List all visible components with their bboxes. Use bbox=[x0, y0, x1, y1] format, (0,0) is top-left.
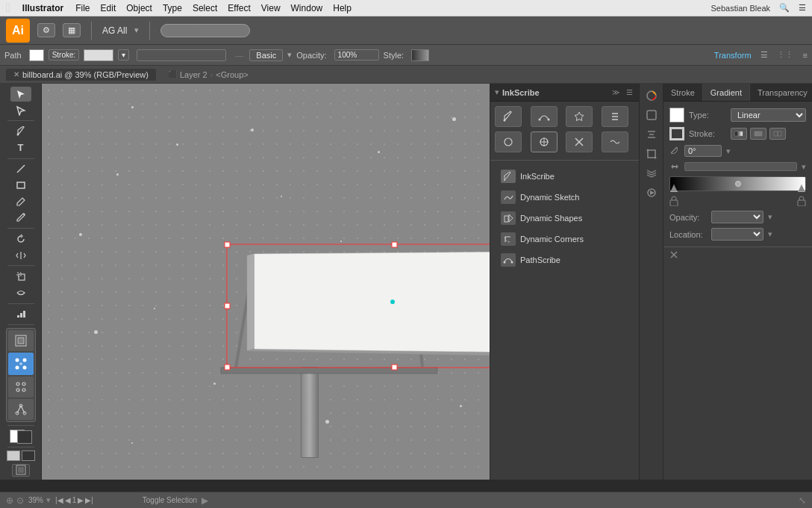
stroke-opt-2[interactable] bbox=[750, 128, 766, 140]
appearance-panel-icon[interactable] bbox=[643, 106, 660, 124]
fill-color-box[interactable] bbox=[29, 49, 44, 61]
toggle-selection-arrow[interactable]: ▶ bbox=[202, 495, 208, 506]
options-btn[interactable]: ⋮⋮ bbox=[775, 49, 796, 61]
view-toggle-btn[interactable]: ▦ bbox=[63, 23, 81, 37]
artboard-last-btn[interactable]: ▶| bbox=[85, 496, 93, 504]
paintbrush-tool[interactable] bbox=[10, 194, 31, 209]
opacity-value[interactable]: 100% bbox=[334, 49, 379, 61]
stroke-opt-1[interactable] bbox=[731, 128, 747, 140]
transform-tool[interactable] bbox=[8, 353, 34, 375]
control-icon[interactable]: ☰ bbox=[799, 3, 806, 13]
stroke-style-arrow[interactable]: ▾ bbox=[287, 50, 292, 60]
transparency-tab[interactable]: Transparency bbox=[750, 84, 812, 101]
panel-options-icon[interactable]: ≡ bbox=[803, 51, 808, 60]
stroke-style-basic[interactable]: Basic bbox=[249, 49, 283, 61]
inkscribe-item-dynamic-shapes[interactable]: Dynamic Shapes bbox=[496, 208, 633, 228]
transform-btn[interactable]: Transform bbox=[712, 50, 754, 61]
search-icon[interactable]: 🔍 bbox=[779, 3, 790, 13]
inkscribe-item-pathscribe[interactable]: PathScribe bbox=[496, 250, 633, 270]
inkscribe-anchor-tool[interactable] bbox=[602, 106, 628, 127]
stroke-opt-3[interactable] bbox=[769, 128, 786, 140]
gradient-type-select[interactable]: Linear Radial bbox=[731, 108, 806, 122]
actions-panel-icon[interactable] bbox=[643, 184, 660, 202]
inkscribe-cross-tool[interactable] bbox=[566, 131, 593, 152]
gradient-stop-left[interactable] bbox=[670, 185, 678, 192]
stroke-weight[interactable] bbox=[137, 49, 226, 61]
inkscribe-item-dynamic-corners[interactable]: Dynamic Corners bbox=[496, 229, 633, 249]
transform-panel-icon[interactable] bbox=[643, 145, 660, 163]
angle-input[interactable]: 0° bbox=[684, 145, 722, 157]
select-tool[interactable] bbox=[10, 87, 31, 102]
menu-edit[interactable]: Edit bbox=[101, 3, 116, 13]
menu-object[interactable]: Object bbox=[126, 3, 152, 13]
menu-type[interactable]: Type bbox=[163, 3, 182, 13]
ag-dropdown-icon[interactable]: ▾ bbox=[134, 25, 139, 35]
opacity-select[interactable] bbox=[711, 211, 763, 223]
gradient-bar[interactable] bbox=[669, 176, 806, 191]
delete-stop-icon[interactable] bbox=[669, 250, 678, 259]
stroke-tab[interactable]: Stroke bbox=[663, 84, 703, 101]
menu-view[interactable]: View bbox=[261, 3, 281, 13]
preview-mode-btn[interactable] bbox=[22, 450, 35, 461]
zoom-out-icon[interactable]: ⊙ bbox=[16, 495, 24, 506]
direct-select-tool[interactable] bbox=[10, 103, 31, 118]
inkscribe-item-dynamic-sketch[interactable]: Dynamic Sketch bbox=[496, 188, 633, 207]
menu-window[interactable]: Window bbox=[291, 3, 323, 13]
stroke-swatch[interactable] bbox=[669, 127, 684, 140]
search-input[interactable] bbox=[160, 24, 250, 37]
angle-dropdown-icon[interactable]: ▾ bbox=[726, 146, 731, 156]
inkscribe-pen-tool[interactable] bbox=[495, 106, 522, 127]
scale-tool[interactable] bbox=[10, 269, 31, 284]
rotate-tool[interactable] bbox=[10, 232, 31, 247]
gradient-stop-right[interactable] bbox=[798, 185, 805, 192]
align-panel-icon[interactable] bbox=[643, 126, 660, 143]
location-dropdown-arrow[interactable]: ▾ bbox=[768, 229, 772, 239]
canvas-resize-icon[interactable]: ⤡ bbox=[799, 495, 806, 506]
align-btn[interactable]: ☰ bbox=[758, 49, 770, 61]
artboard-next-btn[interactable]: ▶ bbox=[78, 496, 84, 504]
type-tool[interactable]: T bbox=[10, 140, 31, 155]
rectangle-tool[interactable] bbox=[10, 178, 31, 193]
normal-mode-btn[interactable] bbox=[7, 450, 20, 461]
artboard-prev-btn[interactable]: ◀ bbox=[65, 496, 71, 504]
canvas-area[interactable] bbox=[42, 84, 490, 480]
style-preview[interactable] bbox=[411, 49, 429, 61]
anchor-tool[interactable] bbox=[8, 377, 34, 397]
menu-help[interactable]: Help bbox=[333, 3, 352, 13]
artboard-first-btn[interactable]: |◀ bbox=[55, 496, 63, 504]
zoom-in-icon[interactable]: ⊕ bbox=[6, 495, 13, 506]
reverse-dropdown-icon[interactable]: ▾ bbox=[802, 162, 806, 172]
group-label[interactable]: <Group> bbox=[216, 70, 248, 79]
fill-swatch[interactable] bbox=[669, 108, 684, 123]
layers-panel-icon[interactable] bbox=[643, 164, 660, 182]
menu-effect[interactable]: Effect bbox=[228, 3, 250, 13]
pencil-tool[interactable] bbox=[10, 211, 31, 226]
inkscribe-wave-tool[interactable] bbox=[602, 131, 628, 152]
zoom-percent-display[interactable]: 39% bbox=[28, 496, 43, 504]
menu-select[interactable]: Select bbox=[193, 3, 217, 13]
fg-color-box[interactable] bbox=[17, 430, 32, 444]
node-tool[interactable] bbox=[8, 399, 34, 420]
layer-label[interactable]: Layer 2 bbox=[180, 70, 207, 79]
stroke-options[interactable]: ▾ bbox=[118, 49, 129, 61]
mirror-tool[interactable] bbox=[10, 248, 31, 263]
inkscribe-expand-btn[interactable]: ≫ bbox=[610, 87, 621, 98]
gradient-tab[interactable]: Gradient bbox=[703, 84, 750, 101]
doc-close-btn[interactable]: ✕ bbox=[13, 70, 19, 78]
zoom-dropdown-arrow[interactable]: ▾ bbox=[46, 495, 51, 505]
doc-setup-btn[interactable]: ⚙ bbox=[37, 23, 55, 37]
location-select[interactable] bbox=[711, 228, 763, 241]
warp-tool[interactable] bbox=[10, 285, 31, 300]
menu-file[interactable]: File bbox=[75, 3, 90, 13]
line-tool[interactable] bbox=[10, 161, 31, 176]
graph-tool[interactable] bbox=[10, 306, 31, 321]
color-panel-icon[interactable] bbox=[643, 87, 660, 105]
inkscribe-circle-tool[interactable] bbox=[495, 131, 522, 152]
stroke-color-box[interactable] bbox=[84, 49, 113, 61]
gradient-midpoint[interactable] bbox=[735, 181, 741, 187]
opacity-dropdown-arrow[interactable]: ▾ bbox=[768, 212, 772, 222]
screen-mode-btn[interactable] bbox=[12, 464, 30, 477]
inkscribe-options-btn[interactable]: ☰ bbox=[624, 87, 634, 98]
pen-tool[interactable] bbox=[10, 124, 31, 139]
grid-select-tool[interactable] bbox=[8, 330, 34, 351]
